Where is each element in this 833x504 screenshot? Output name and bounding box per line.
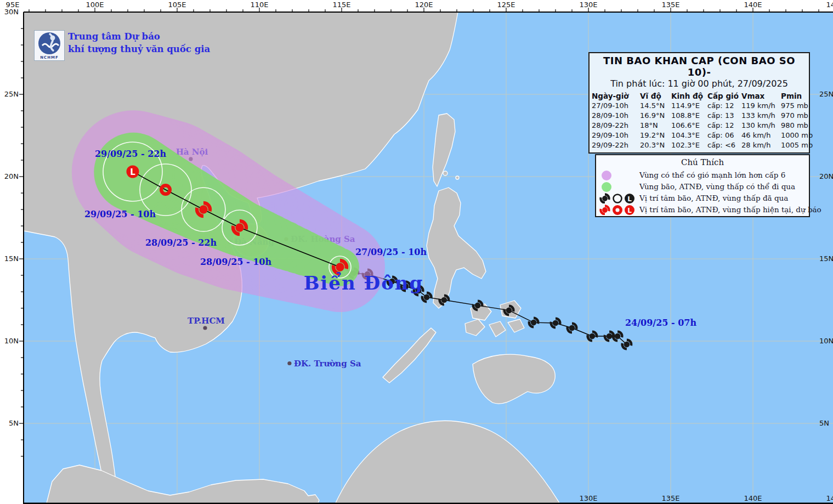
forecast-table-row: 27/09-10h14.5°N114.9°Ecấp: 12119 km/h975… [592, 101, 807, 111]
svg-text:105E: 105E [168, 1, 186, 9]
svg-text:20N: 20N [4, 172, 19, 180]
svg-text:125E: 125E [497, 1, 515, 9]
table-cell: 102.3°E [671, 140, 707, 150]
table-cell: cấp: <6 [707, 140, 741, 150]
svg-text:145E: 145E [826, 494, 833, 502]
column-header: Pmin [781, 91, 808, 101]
column-header: Vmax [741, 91, 781, 101]
date-label: 28/09/25 - 22h [145, 237, 217, 248]
table-cell: 16.9°N [640, 111, 671, 121]
forecast-table-row: 28/09-10h16.9°N108.8°Ecấp: 13133 km/h970… [592, 111, 807, 121]
table-cell: 106.6°E [671, 121, 707, 131]
table-cell: 1005 mb [781, 140, 808, 150]
purple-dot-icon [599, 169, 639, 180]
svg-text:110E: 110E [250, 1, 268, 9]
column-header: Ngày-giờ [592, 91, 640, 101]
table-cell: 29/09-22h [592, 140, 640, 150]
typhoon-forecast-map-screen: 105E120E125E130E135E140E145EHà NộiĐà Nẵn… [0, 0, 833, 504]
svg-text:L: L [130, 167, 135, 177]
svg-text:100E: 100E [86, 1, 104, 9]
svg-text:25N: 25N [819, 90, 833, 98]
table-cell: 28/09-10h [592, 111, 640, 121]
table-cell: cấp: 06 [707, 131, 741, 140]
svg-text:115E: 115E [332, 1, 350, 9]
table-cell: 104.3°E [671, 131, 707, 140]
forecast-table-row: 28/09-22h18°N106.6°Ecấp: 12130 km/h980 m… [592, 121, 807, 131]
legend-title: Chú Thích [599, 157, 806, 167]
table-cell: 20.3°N [640, 140, 671, 150]
legend-item-label: Vùng có thể có gió mạnh lớn hơn cấp 6 [639, 171, 785, 179]
green-dot-icon [599, 181, 639, 192]
alert-title: TIN BAO KHAN CAP (CON BAO SO 10)- [592, 55, 807, 78]
agency-logo-block: NCHMF Trung tâm Dự báo khí tượng thuỷ vă… [34, 30, 210, 61]
table-cell: 46 km/h [741, 131, 781, 140]
alert-issued-time: Tin phát lúc: 11 giờ 00 phút, 27/09/2025 [592, 78, 807, 89]
table-cell: 19.2°N [640, 131, 671, 140]
alert-info-box: TIN BAO KHAN CAP (CON BAO SO 10)- Tin ph… [588, 52, 810, 154]
city-label: TP.HCM [188, 316, 225, 326]
forecast-table-row: 29/09-10h19.2°N104.3°Ecấp: 0646 km/h1000… [592, 131, 807, 140]
city-dot [287, 361, 291, 365]
legend-box: Chú Thích Vùng có thể có gió mạnh lớn hơ… [595, 154, 810, 217]
table-cell: cấp: 13 [707, 111, 741, 121]
nchmf-logo: NCHMF [34, 30, 65, 61]
nchmf-logo-icon [35, 31, 64, 55]
table-cell: 27/09-10h [592, 101, 640, 111]
column-header: Kinh độ [671, 91, 707, 101]
forecast-table: Ngày-giờVĩ độKinh độCấp gióVmaxPmin27/09… [592, 91, 807, 150]
svg-text:10N: 10N [4, 337, 19, 345]
svg-text:15N: 15N [4, 254, 19, 263]
city-dot [203, 326, 207, 330]
svg-text:15N: 15N [819, 254, 833, 263]
table-cell: 970 mb [781, 111, 808, 121]
svg-text:130E: 130E [579, 1, 597, 9]
table-cell: 28 km/h [741, 140, 781, 150]
date-label: 27/09/25 - 10h [355, 247, 427, 257]
date-label: 28/09/25 - 10h [200, 257, 272, 267]
svg-text:10N: 10N [819, 337, 833, 345]
svg-text:140E: 140E [744, 494, 762, 502]
date-label: 29/09/25 - 10h [84, 209, 156, 219]
table-cell: cấp: 12 [707, 101, 741, 111]
sea-name-label: Biển Đông [304, 272, 424, 294]
forecast-table-row: 29/09-22h20.3°N102.3°Ecấp: <628 km/h1005… [592, 140, 807, 150]
past-symbols-icon: L [599, 192, 639, 203]
agency-name-line1: Trung tâm Dự báo [68, 30, 210, 43]
legend-item-label: Vị trí tâm bão, ATNĐ, vùng thấp hiện tại… [639, 205, 821, 214]
svg-text:L: L [627, 195, 632, 202]
column-header: Cấp gió [707, 91, 741, 101]
table-cell: 29/09-10h [592, 131, 640, 140]
table-cell: 119 km/h [741, 101, 781, 111]
table-cell: 28/09-22h [592, 121, 640, 131]
agency-name: Trung tâm Dự báo khí tượng thuỷ văn quốc… [68, 30, 210, 55]
column-header: Vĩ độ [640, 91, 671, 101]
svg-text:20N: 20N [819, 172, 833, 180]
svg-text:135E: 135E [661, 494, 679, 502]
date-label: 29/09/25 - 22h [95, 149, 167, 159]
nchmf-logo-caption: NCHMF [40, 55, 59, 60]
table-cell: 975 mb [781, 101, 808, 111]
legend-item: Vùng có thể có gió mạnh lớn hơn cấp 6 [599, 169, 806, 180]
svg-text:L: L [627, 206, 632, 214]
table-cell: 14.5°N [640, 101, 671, 111]
legend-item: Vùng bão, ATNĐ, vùng thấp có thể đi qua [599, 180, 806, 192]
legend-item-label: Vùng bão, ATNĐ, vùng thấp có thể đi qua [639, 182, 795, 191]
svg-text:130E: 130E [579, 494, 597, 502]
svg-text:145E: 145E [826, 1, 833, 9]
table-cell: 114.9°E [671, 101, 707, 111]
table-cell: 1000 mb [781, 131, 808, 140]
legend-item: LVị trí tâm bão, ATNĐ, vùng thấp đã qua [599, 192, 806, 203]
table-cell: 108.8°E [671, 111, 707, 121]
top-axis-labels: 95E100E105E110E115E120E125E130E135E140E1… [6, 1, 833, 9]
svg-text:5N: 5N [819, 419, 829, 427]
city-label: ĐK. Trường Sa [294, 359, 361, 369]
table-cell: cấp: 12 [707, 121, 741, 131]
legend-rows: Vùng có thể có gió mạnh lớn hơn cấp 6Vùn… [599, 169, 806, 215]
legend-item-label: Vị trí tâm bão, ATNĐ, vùng thấp đã qua [639, 194, 788, 202]
forecast-table-header: Ngày-giờVĩ độKinh độCấp gióVmaxPmin [592, 91, 807, 101]
legend-item: LVị trí tâm bão, ATNĐ, vùng thấp hiện tạ… [599, 203, 806, 215]
svg-text:135E: 135E [661, 1, 679, 9]
svg-text:5N: 5N [9, 419, 19, 427]
forecast-symbols-icon: L [599, 204, 639, 215]
table-cell: 18°N [640, 121, 671, 131]
